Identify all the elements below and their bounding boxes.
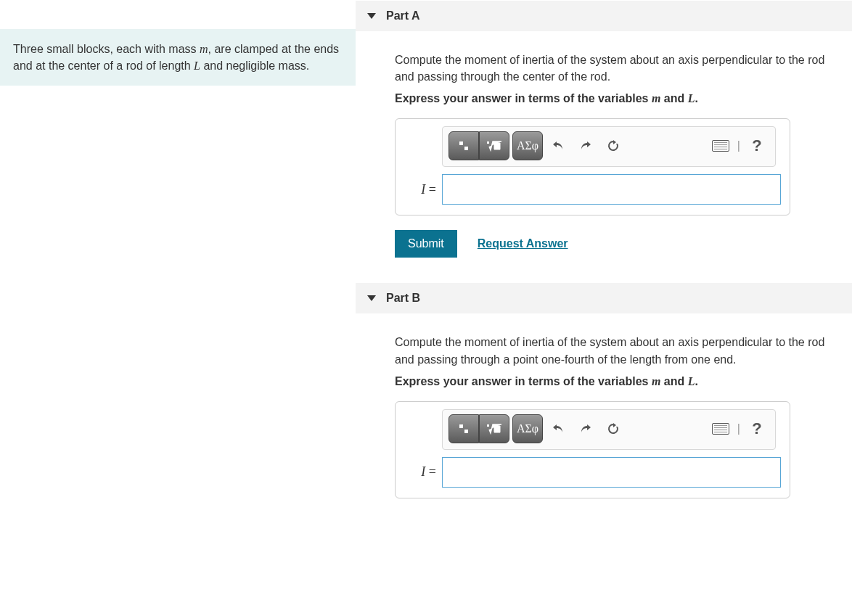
templates-button[interactable] <box>448 131 479 160</box>
undo-button[interactable] <box>546 416 570 441</box>
part-a-answer-input[interactable] <box>442 174 781 205</box>
redo-button[interactable] <box>573 416 598 441</box>
problem-statement: Three small blocks, each with mass m, ar… <box>0 29 356 86</box>
keyboard-icon <box>712 140 729 152</box>
collapse-icon <box>367 295 376 301</box>
greek-button[interactable]: ΑΣφ <box>512 131 543 160</box>
answer-variable-label: I = <box>404 464 436 480</box>
help-button[interactable]: ? <box>745 416 769 441</box>
answer-variable-label: I = <box>404 182 436 197</box>
part-a-body: Compute the moment of inertia of the sys… <box>356 31 852 282</box>
submit-button[interactable]: Submit <box>395 230 457 258</box>
redo-button[interactable] <box>573 134 598 158</box>
keyboard-button[interactable] <box>708 134 733 158</box>
part-b-header[interactable]: Part B <box>356 282 852 313</box>
equation-toolbar: ΑΣφ | <box>442 126 776 167</box>
greek-button[interactable]: ΑΣφ <box>512 414 543 443</box>
var-L: L <box>194 59 200 72</box>
part-b-answer-input[interactable] <box>442 457 781 488</box>
collapse-icon <box>367 13 376 19</box>
part-b-title: Part B <box>386 292 420 305</box>
part-a-express: Express your answer in terms of the vari… <box>395 92 837 105</box>
problem-text: and negligible mass. <box>200 59 309 72</box>
help-button[interactable]: ? <box>745 134 769 158</box>
part-a-instruction: Compute the moment of inertia of the sys… <box>395 52 837 85</box>
part-b-instruction: Compute the moment of inertia of the sys… <box>395 334 837 367</box>
part-a-title: Part A <box>386 9 420 22</box>
equation-toolbar: ΑΣφ | <box>442 409 776 450</box>
undo-button[interactable] <box>546 134 570 158</box>
problem-text: Three small blocks, each with mass <box>13 43 200 55</box>
reset-button[interactable] <box>601 416 626 441</box>
var-m: m <box>200 43 208 55</box>
part-a-answer-box: ΑΣφ | <box>395 118 790 215</box>
part-a-header[interactable]: Part A <box>356 0 852 31</box>
keyboard-icon <box>712 423 729 435</box>
toolbar-divider: | <box>736 422 742 435</box>
request-answer-link[interactable]: Request Answer <box>478 237 568 250</box>
toolbar-divider: | <box>736 139 742 152</box>
math-root-button[interactable] <box>479 131 509 160</box>
reset-button[interactable] <box>601 134 626 158</box>
part-b-answer-box: ΑΣφ | <box>395 401 790 498</box>
keyboard-button[interactable] <box>708 416 733 441</box>
math-root-button[interactable] <box>479 414 509 443</box>
templates-button[interactable] <box>448 414 479 443</box>
part-b-body: Compute the moment of inertia of the sys… <box>356 313 852 522</box>
part-b-express: Express your answer in terms of the vari… <box>395 375 837 388</box>
